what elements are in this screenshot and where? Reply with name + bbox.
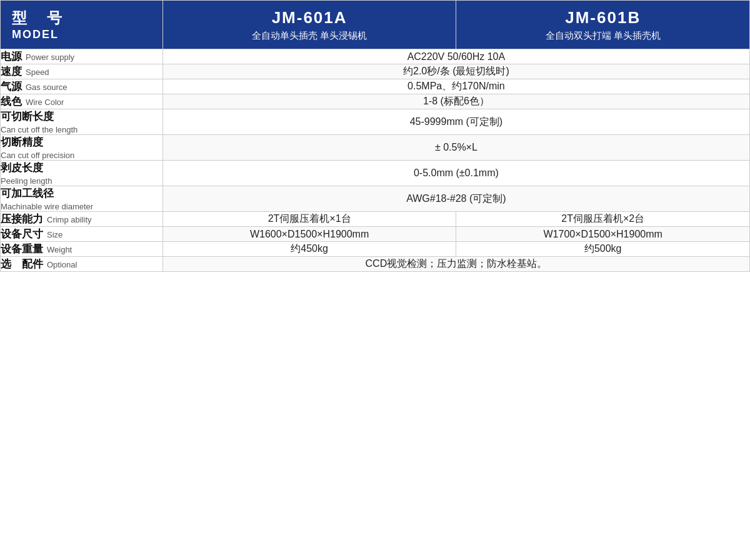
value-cell-peel-length: 0-5.0mm (±0.1mm) [162, 161, 749, 186]
label-zh-wire-color: 线色 [1, 94, 22, 109]
label-zh-size: 设备尺寸 [1, 227, 43, 241]
label-cell-power: 电源Power supply [1, 49, 163, 64]
row-crimp: 压接能力Crimp ability2T伺服压着机×1台2T伺服压着机×2台 [1, 212, 750, 227]
row-weight: 设备重量Weight约450kg约500kg [1, 242, 750, 257]
value-cell-wire-diameter: AWG#18-#28 (可定制) [162, 186, 749, 212]
row-wire-diameter: 可加工线径Machinable wire diameterAWG#18-#28 … [1, 186, 750, 212]
label-cell-wire-diameter: 可加工线径Machinable wire diameter [1, 186, 163, 212]
row-gas: 气源Gas source0.5MPa、约170N/min [1, 79, 750, 94]
row-peel-length: 剥皮长度Peeling length0-5.0mm (±0.1mm) [1, 161, 750, 186]
label-en-gas: Gas source [26, 82, 67, 92]
value-cell-cut-length: 45-9999mm (可定制) [162, 109, 749, 135]
value2-cell-crimp: 2T伺服压着机×2台 [456, 212, 750, 227]
model-label-zh: 型 号 [12, 8, 151, 28]
value2-cell-weight: 约500kg [456, 242, 750, 257]
model-header: 型 号 MODEL [1, 1, 163, 49]
label-en-weight: Weight [47, 245, 72, 254]
label-cell-peel-length: 剥皮长度Peeling length [1, 161, 163, 186]
label-en-wire-color: Wire Color [26, 98, 64, 107]
jm601b-header: JM-601B 全自动双头打端 单头插壳机 [456, 1, 750, 49]
label-en-size: Size [47, 230, 62, 239]
label-zh-weight: 设备重量 [1, 242, 43, 256]
label-cell-wire-color: 线色Wire Color [1, 94, 163, 109]
label-cell-speed: 速度Speed [1, 64, 163, 79]
value2-cell-size: W1700×D1500×H1900mm [456, 227, 750, 242]
label-zh-peel-length: 剥皮长度 [1, 161, 162, 175]
label-zh-cut-length: 可切断长度 [1, 109, 162, 124]
label-en-peel-length: Peeling length [1, 176, 162, 186]
value1-cell-crimp: 2T伺服压着机×1台 [162, 212, 456, 227]
value-cell-wire-color: 1-8 (标配6色） [162, 94, 749, 109]
value-cell-speed: 约2.0秒/条 (最短切线时) [162, 64, 749, 79]
label-en-crimp: Crimp ability [47, 215, 92, 224]
label-cell-gas: 气源Gas source [1, 79, 163, 94]
label-cell-optional: 选 配件Optional [1, 257, 163, 272]
value1-cell-size: W1600×D1500×H1900mm [162, 227, 456, 242]
jm601a-header: JM-601A 全自动单头插壳 单头浸锡机 [162, 1, 456, 49]
row-optional: 选 配件OptionalCCD视觉检测；压力监测；防水栓基站。 [1, 257, 750, 272]
row-size: 设备尺寸SizeW1600×D1500×H1900mmW1700×D1500×H… [1, 227, 750, 242]
row-speed: 速度Speed约2.0秒/条 (最短切线时) [1, 64, 750, 79]
row-power: 电源Power supplyAC220V 50/60Hz 10A [1, 49, 750, 64]
row-wire-color: 线色Wire Color1-8 (标配6色） [1, 94, 750, 109]
spec-table: 型 号 MODEL JM-601A 全自动单头插壳 单头浸锡机 JM-601B … [0, 0, 750, 272]
row-cut-length: 可切断长度Can cut off the length45-9999mm (可定… [1, 109, 750, 135]
label-zh-gas: 气源 [1, 79, 22, 94]
label-zh-power: 电源 [1, 49, 22, 64]
label-en-wire-diameter: Machinable wire diameter [1, 202, 162, 211]
label-zh-speed: 速度 [1, 64, 22, 79]
label-cell-cut-length: 可切断长度Can cut off the length [1, 109, 163, 135]
label-zh-cut-precision: 切断精度 [1, 135, 162, 149]
row-cut-precision: 切断精度Can cut off precision± 0.5%×L [1, 135, 750, 161]
value-cell-cut-precision: ± 0.5%×L [162, 135, 749, 161]
label-cell-size: 设备尺寸Size [1, 227, 163, 242]
label-en-cut-length: Can cut off the length [1, 125, 162, 134]
label-zh-optional: 选 配件 [1, 257, 43, 271]
jm601a-sub: 全自动单头插壳 单头浸锡机 [172, 30, 447, 42]
label-zh-wire-diameter: 可加工线径 [1, 186, 162, 201]
label-en-optional: Optional [47, 260, 77, 269]
label-en-power: Power supply [26, 52, 74, 62]
jm601b-name: JM-601B [466, 8, 740, 28]
value-cell-optional: CCD视觉检测；压力监测；防水栓基站。 [162, 257, 749, 272]
label-cell-cut-precision: 切断精度Can cut off precision [1, 135, 163, 161]
label-cell-crimp: 压接能力Crimp ability [1, 212, 163, 227]
header-row: 型 号 MODEL JM-601A 全自动单头插壳 单头浸锡机 JM-601B … [1, 1, 750, 49]
jm601b-sub: 全自动双头打端 单头插壳机 [466, 30, 740, 42]
label-en-speed: Speed [26, 68, 49, 77]
label-zh-crimp: 压接能力 [1, 212, 43, 226]
model-label-en: MODEL [12, 28, 151, 41]
label-cell-weight: 设备重量Weight [1, 242, 163, 257]
value-cell-power: AC220V 50/60Hz 10A [162, 49, 749, 64]
value1-cell-weight: 约450kg [162, 242, 456, 257]
value-cell-gas: 0.5MPa、约170N/min [162, 79, 749, 94]
jm601a-name: JM-601A [172, 8, 447, 28]
label-en-cut-precision: Can cut off precision [1, 151, 162, 160]
